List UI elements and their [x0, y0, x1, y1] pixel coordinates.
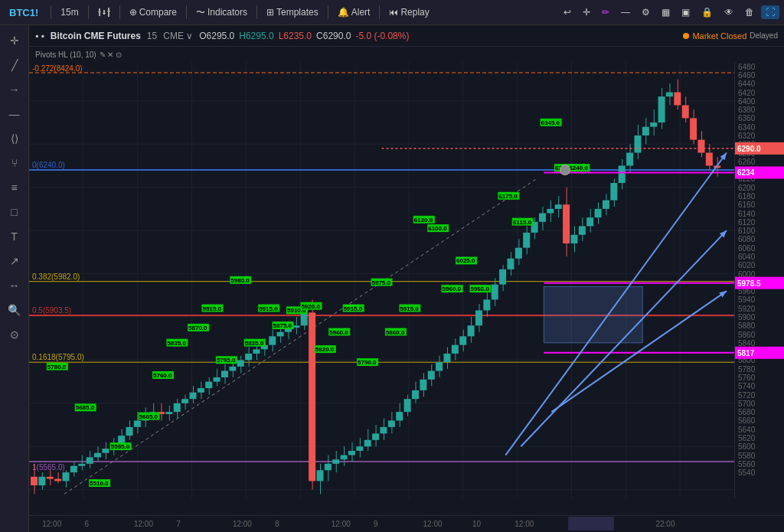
separator: [328, 5, 328, 19]
indicators-button[interactable]: 〜 Indicators: [191, 5, 252, 21]
svg-text:6080: 6080: [738, 235, 756, 243]
chart-header: ▪ ▪ Bitcoin CME Futures 15 CME ∨ O6295.0…: [29, 25, 784, 47]
open-value: O6295.0: [199, 31, 234, 41]
ray-tool[interactable]: →: [3, 79, 26, 100]
templates-button[interactable]: ⊞ Templates: [262, 5, 323, 19]
ohlc-values: O6295.0 H6295.0 L6235.0 C6290.0 -5.0 (-0…: [199, 31, 409, 41]
indicator-controls[interactable]: ✎ ✕ ⊙: [100, 51, 122, 59]
chart-container: ▪ ▪ Bitcoin CME Futures 15 CME ∨ O6295.0…: [29, 25, 784, 532]
fullscreen-button[interactable]: ⛶: [761, 5, 779, 19]
layout-button[interactable]: ▦: [657, 5, 675, 19]
separator: [379, 5, 380, 19]
svg-text:5817: 5817: [737, 349, 755, 357]
change-value: -5.0 (-0.08%): [355, 31, 409, 41]
price-axis: 6480646064406420640063806360634063206300…: [734, 62, 784, 498]
text-tool[interactable]: T: [3, 226, 26, 247]
separator: [119, 5, 120, 19]
status-dot: [683, 33, 689, 39]
magnet-tool[interactable]: ⊙: [3, 324, 26, 345]
svg-text:6160: 6160: [738, 201, 756, 209]
separator: [186, 5, 187, 19]
alert-icon: 🔔: [338, 7, 349, 18]
svg-text:6234: 6234: [737, 168, 755, 177]
high-value: H6295.0: [239, 31, 273, 41]
svg-text:5840: 5840: [738, 339, 756, 348]
svg-rect-1: [103, 10, 105, 15]
eye-button[interactable]: 👁: [720, 5, 738, 19]
svg-text:22:00: 22:00: [655, 520, 675, 528]
zoom-tool[interactable]: 🔍: [3, 299, 26, 321]
chart-timeframe: 15: [147, 31, 157, 41]
svg-text:5740: 5740: [738, 382, 756, 390]
timeframe-button[interactable]: 15m: [56, 5, 83, 19]
svg-text:9: 9: [374, 520, 378, 528]
cursor-button[interactable]: ✛: [578, 5, 595, 19]
svg-text:6: 6: [84, 520, 89, 528]
svg-text:5900: 5900: [738, 313, 756, 321]
replay-button[interactable]: ⏮ Replay: [384, 5, 433, 19]
svg-text:6380: 6380: [738, 106, 756, 114]
trash-button[interactable]: 🗑: [740, 5, 759, 19]
chart-canvas[interactable]: [29, 62, 734, 498]
line-button[interactable]: —: [616, 5, 635, 19]
svg-text:6460: 6460: [738, 71, 756, 80]
symbol-name: Bitcoin CME Futures: [51, 31, 141, 41]
svg-rect-2: [108, 8, 109, 17]
fib-tool[interactable]: ≡: [3, 177, 26, 198]
svg-text:6020: 6020: [738, 261, 756, 269]
bar-style-button[interactable]: [93, 5, 115, 19]
svg-text:6100: 6100: [738, 227, 756, 235]
symbol-button[interactable]: BTC1!: [5, 5, 43, 20]
indicator-label: Pivots HL (10, 10): [35, 51, 96, 59]
trend-line-tool[interactable]: ╱: [3, 54, 26, 76]
lock-button[interactable]: 🔒: [697, 5, 717, 19]
svg-text:6180: 6180: [738, 192, 756, 201]
channel-tool[interactable]: ⟨⟩: [3, 128, 26, 149]
svg-text:12:00: 12:00: [134, 520, 153, 528]
svg-text:5540: 5540: [738, 468, 756, 477]
svg-text:5660: 5660: [738, 416, 756, 425]
svg-rect-4: [103, 13, 106, 14]
measure-tool[interactable]: ↔: [3, 275, 26, 296]
svg-text:5940: 5940: [738, 295, 756, 304]
svg-text:5620: 5620: [738, 434, 756, 442]
alert-button[interactable]: 🔔 Alert: [333, 5, 375, 19]
svg-text:7: 7: [176, 520, 181, 528]
delayed-text: Delayed: [750, 31, 778, 40]
svg-text:5780: 5780: [738, 365, 756, 374]
settings-button[interactable]: ⚙: [637, 5, 655, 19]
main-area: ✛ ╱ → — ⟨⟩ ⑂ ≡ □ T ↗ ↔ 🔍 ⊙ ▪ ▪ Bitcoin C…: [0, 25, 784, 532]
pitchfork-tool[interactable]: ⑂: [3, 152, 26, 174]
svg-rect-5: [107, 11, 110, 11]
low-value: L6235.0: [279, 31, 312, 41]
crosshair-tool[interactable]: ✛: [3, 30, 26, 51]
svg-text:5580: 5580: [738, 452, 756, 460]
close-value: C6290.0: [316, 31, 351, 41]
replay-icon: ⏮: [389, 7, 398, 18]
svg-text:6440: 6440: [738, 80, 756, 88]
svg-text:6400: 6400: [738, 97, 756, 106]
svg-text:12:00: 12:00: [233, 520, 252, 528]
svg-text:12:00: 12:00: [514, 520, 534, 528]
svg-text:6120: 6120: [738, 218, 756, 227]
separator: [88, 5, 89, 19]
separator: [256, 5, 257, 19]
svg-text:12:00: 12:00: [423, 520, 443, 528]
undo-button[interactable]: ↩: [559, 5, 576, 19]
pencil-button[interactable]: ✏: [597, 5, 614, 19]
arrow-tool[interactable]: ↗: [3, 250, 26, 272]
symbol-flag: ▪ ▪: [35, 31, 44, 41]
horizontal-line-tool[interactable]: —: [3, 103, 26, 125]
svg-text:6040: 6040: [738, 253, 756, 261]
svg-text:5600: 5600: [738, 442, 756, 451]
compare-button[interactable]: ⊕ Compare: [125, 5, 181, 19]
svg-text:5560: 5560: [738, 460, 756, 468]
svg-text:5720: 5720: [738, 391, 756, 400]
templates-icon: ⊞: [266, 7, 274, 18]
compare-icon: ⊕: [129, 7, 137, 18]
chart-exchange: CME ∨: [163, 31, 193, 41]
chart-type-button[interactable]: ▣: [677, 5, 694, 19]
svg-text:6200: 6200: [738, 184, 756, 192]
svg-text:6420: 6420: [738, 89, 756, 97]
rectangle-tool[interactable]: □: [3, 201, 26, 223]
